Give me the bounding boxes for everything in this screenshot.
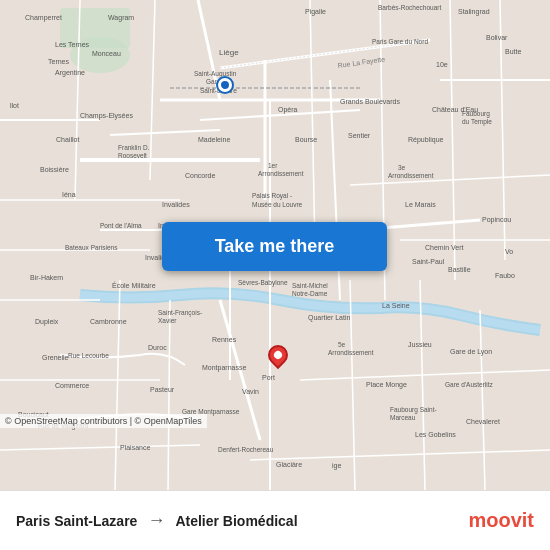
svg-text:Grenelle: Grenelle bbox=[42, 354, 69, 361]
origin-dot bbox=[218, 78, 232, 92]
svg-text:Palais Royal -: Palais Royal - bbox=[252, 192, 292, 200]
svg-text:Le Marais: Le Marais bbox=[405, 201, 436, 208]
svg-text:ige: ige bbox=[332, 462, 341, 470]
svg-text:llot: llot bbox=[10, 102, 19, 109]
svg-text:Roosevelt: Roosevelt bbox=[118, 152, 147, 159]
svg-text:Champerret: Champerret bbox=[25, 14, 62, 22]
svg-text:Pasteur: Pasteur bbox=[150, 386, 175, 393]
map-attribution: © OpenStreetMap contributors | © OpenMap… bbox=[0, 414, 207, 428]
svg-text:Arrondissement: Arrondissement bbox=[388, 172, 434, 179]
svg-text:Duroc: Duroc bbox=[148, 344, 167, 351]
svg-text:Gare d'Austerlitz: Gare d'Austerlitz bbox=[445, 381, 494, 388]
svg-text:Glaciàre: Glaciàre bbox=[276, 461, 302, 468]
route-arrow-icon: → bbox=[147, 510, 165, 531]
svg-text:Gare de Lyon: Gare de Lyon bbox=[450, 348, 492, 356]
svg-text:Sentier: Sentier bbox=[348, 132, 371, 139]
svg-text:Popincou: Popincou bbox=[482, 216, 511, 224]
route-origin: Paris Saint-Lazare bbox=[16, 513, 137, 529]
svg-text:Grands Boulevards: Grands Boulevards bbox=[340, 98, 400, 105]
svg-text:Saint-Augustin: Saint-Augustin bbox=[194, 70, 237, 78]
svg-text:Bir-Hakem: Bir-Hakem bbox=[30, 274, 63, 281]
destination-marker bbox=[268, 345, 288, 371]
svg-text:Boissière: Boissière bbox=[40, 166, 69, 173]
svg-text:Quartier Latin: Quartier Latin bbox=[308, 314, 351, 322]
svg-text:Chaillot: Chaillot bbox=[56, 136, 79, 143]
svg-text:10e: 10e bbox=[436, 61, 448, 68]
take-me-there-button[interactable]: Take me there bbox=[162, 222, 387, 271]
svg-text:Chevaleret: Chevaleret bbox=[466, 418, 500, 425]
map-container: Champerret Wagram Pigalle Barbès-Rochech… bbox=[0, 0, 550, 490]
svg-text:Rue Lecourbe: Rue Lecourbe bbox=[68, 352, 109, 359]
svg-text:Barbès-Rochechouart: Barbès-Rochechouart bbox=[378, 4, 441, 11]
svg-text:Stalingrad: Stalingrad bbox=[458, 8, 490, 16]
bottom-bar: Paris Saint-Lazare → Atelier Biomédical … bbox=[0, 490, 550, 550]
svg-text:3e: 3e bbox=[398, 164, 406, 171]
svg-text:Les Gobelins: Les Gobelins bbox=[415, 431, 456, 438]
svg-text:Cambronne: Cambronne bbox=[90, 318, 127, 325]
svg-text:Plaisance: Plaisance bbox=[120, 444, 150, 451]
svg-text:Montparnasse: Montparnasse bbox=[202, 364, 246, 372]
svg-text:Faubourg Saint-: Faubourg Saint- bbox=[390, 406, 437, 414]
svg-text:Dupleix: Dupleix bbox=[35, 318, 59, 326]
svg-text:Saint-Paul: Saint-Paul bbox=[412, 258, 445, 265]
svg-text:Faubourg: Faubourg bbox=[462, 110, 490, 118]
route-destination: Atelier Biomédical bbox=[175, 513, 297, 529]
svg-text:Champs-Elysées: Champs-Elysées bbox=[80, 112, 133, 120]
svg-text:Bourse: Bourse bbox=[295, 136, 317, 143]
svg-text:Pigalle: Pigalle bbox=[305, 8, 326, 16]
svg-text:Bolivar: Bolivar bbox=[486, 34, 508, 41]
destination-marker-circle bbox=[264, 341, 292, 369]
svg-text:Marceau: Marceau bbox=[390, 414, 416, 421]
svg-text:Liège: Liège bbox=[219, 48, 239, 57]
svg-text:Commerce: Commerce bbox=[55, 382, 89, 389]
svg-text:Paris Gare du Nord: Paris Gare du Nord bbox=[372, 38, 428, 45]
svg-text:Vo: Vo bbox=[505, 248, 513, 255]
svg-text:Arrondissement: Arrondissement bbox=[328, 349, 374, 356]
svg-text:Musée du Louvre: Musée du Louvre bbox=[252, 201, 303, 208]
svg-text:Les Ternes: Les Ternes bbox=[55, 41, 90, 48]
svg-text:du Temple: du Temple bbox=[462, 118, 492, 126]
svg-text:Saint-François-: Saint-François- bbox=[158, 309, 202, 317]
svg-text:Place Monge: Place Monge bbox=[366, 381, 407, 389]
svg-text:Pont de l'Alma: Pont de l'Alma bbox=[100, 222, 142, 229]
svg-text:Franklin D.: Franklin D. bbox=[118, 144, 150, 151]
moovit-logo-text: moovit bbox=[468, 509, 534, 532]
svg-text:Ternes: Ternes bbox=[48, 58, 70, 65]
svg-text:Arrondissement: Arrondissement bbox=[258, 170, 304, 177]
svg-text:Xavier: Xavier bbox=[158, 317, 177, 324]
svg-text:Iéna: Iéna bbox=[62, 191, 76, 198]
svg-text:École Militaire: École Militaire bbox=[112, 281, 156, 289]
svg-text:Rennes: Rennes bbox=[212, 336, 237, 343]
svg-text:Jussieu: Jussieu bbox=[408, 341, 432, 348]
svg-text:Concorde: Concorde bbox=[185, 172, 215, 179]
svg-text:Monceau: Monceau bbox=[92, 50, 121, 57]
svg-text:République: République bbox=[408, 136, 444, 144]
svg-text:Bateaux Parisiens: Bateaux Parisiens bbox=[65, 244, 118, 251]
svg-text:1er: 1er bbox=[268, 162, 278, 169]
destination-marker-inner bbox=[272, 349, 283, 360]
svg-text:Opéra: Opéra bbox=[278, 106, 298, 114]
svg-text:5e: 5e bbox=[338, 341, 346, 348]
moovit-logo: moovit bbox=[468, 509, 534, 532]
svg-text:Faubo: Faubo bbox=[495, 272, 515, 279]
svg-text:Sèvres-Babylone: Sèvres-Babylone bbox=[238, 279, 288, 287]
svg-text:La Seine: La Seine bbox=[382, 302, 410, 309]
svg-text:Butte: Butte bbox=[505, 48, 521, 55]
svg-text:Argentine: Argentine bbox=[55, 69, 85, 77]
svg-text:Madeleine: Madeleine bbox=[198, 136, 230, 143]
svg-text:Chemin Vert: Chemin Vert bbox=[425, 244, 464, 251]
svg-text:Bastille: Bastille bbox=[448, 266, 471, 273]
svg-text:Port: Port bbox=[262, 374, 275, 381]
svg-text:Invalides: Invalides bbox=[162, 201, 190, 208]
svg-text:Vavin: Vavin bbox=[242, 388, 259, 395]
svg-text:Wagram: Wagram bbox=[108, 14, 134, 22]
svg-text:Denfert-Rochereau: Denfert-Rochereau bbox=[218, 446, 274, 453]
svg-text:Notre-Dame: Notre-Dame bbox=[292, 290, 328, 297]
svg-text:Saint-Michel: Saint-Michel bbox=[292, 282, 328, 289]
